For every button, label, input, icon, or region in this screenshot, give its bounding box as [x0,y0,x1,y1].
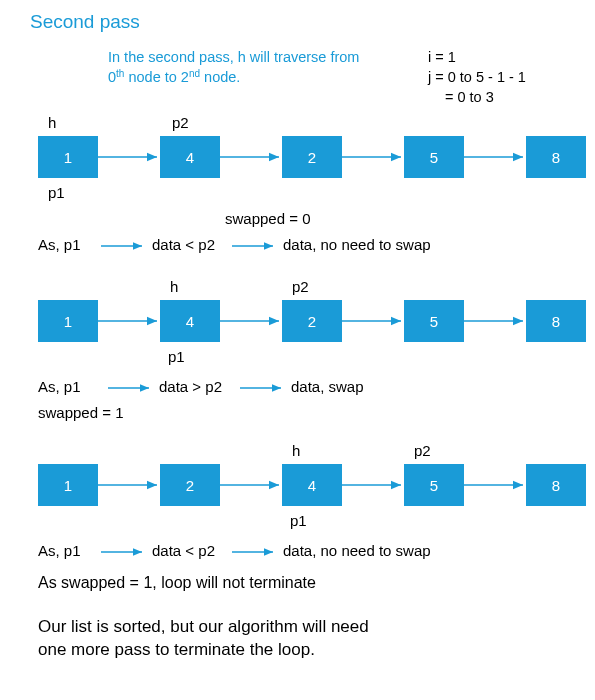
node-value: 4 [308,477,316,494]
svg-text:data,  swap: data, swap [291,378,364,395]
label-p1: p1 [290,512,307,529]
iter-j2: = 0 to 3 [445,89,494,105]
label-p2: p2 [292,278,309,295]
linked-list: 1 4 2 5 8 [38,300,586,342]
node-value: 1 [64,477,72,494]
step2: h p2 1 4 2 5 8 p1 As, p1 data > p2 data,… [38,278,586,421]
node-value: 2 [186,477,194,494]
iter-i: i = 1 [428,49,456,65]
conclusion-text: As swapped = 1, loop will not terminate [38,574,316,591]
node-value: 8 [552,477,560,494]
label-h: h [48,114,56,131]
iter-j1: j = 0 to 5 - 1 - 1 [427,69,526,85]
node-value: 4 [186,313,194,330]
intro-text: In the second pass, h will traverse from… [108,49,363,85]
swapped-label: swapped = 1 [38,404,123,421]
node-value: 5 [430,149,438,166]
page-title: Second pass [30,11,140,32]
svg-text:data,  no need to swap: data, no need to swap [283,236,431,253]
label-p2: p2 [414,442,431,459]
label-p1: p1 [48,184,65,201]
node-value: 4 [186,149,194,166]
node-value: 2 [308,149,316,166]
svg-text:data < p2: data < p2 [152,236,215,253]
swapped-label: swapped = 0 [225,210,310,227]
node-value: 2 [308,313,316,330]
svg-text:As,   p1: As, p1 [38,236,81,253]
comparison-line: As, p1 data > p2 data, swap [38,378,364,395]
svg-text:data,  no need to swap: data, no need to swap [283,542,431,559]
comparison-line: As, p1 data < p2 data, no need to swap [38,236,431,253]
node-value: 5 [430,477,438,494]
comparison-line: As, p1 data < p2 data, no need to swap [38,542,431,559]
step1: h p2 1 4 2 5 8 p1 swapped = 0 As, p1 dat… [38,114,586,253]
label-p1: p1 [168,348,185,365]
svg-text:data < p2: data < p2 [152,542,215,559]
label-p2: p2 [172,114,189,131]
final-note: Our list is sorted, but our algorithm wi… [38,617,373,659]
node-value: 5 [430,313,438,330]
svg-text:As,    p1: As, p1 [38,378,81,395]
node-value: 8 [552,149,560,166]
label-h: h [292,442,300,459]
linked-list: 1 4 2 5 8 [38,136,586,178]
label-h: h [170,278,178,295]
node-value: 1 [64,149,72,166]
node-value: 8 [552,313,560,330]
svg-text:data > p2: data > p2 [159,378,222,395]
step3: h p2 1 2 4 5 8 p1 As, p1 data < p2 data,… [38,442,586,591]
linked-list: 1 2 4 5 8 [38,464,586,506]
svg-text:As,   p1: As, p1 [38,542,81,559]
node-value: 1 [64,313,72,330]
